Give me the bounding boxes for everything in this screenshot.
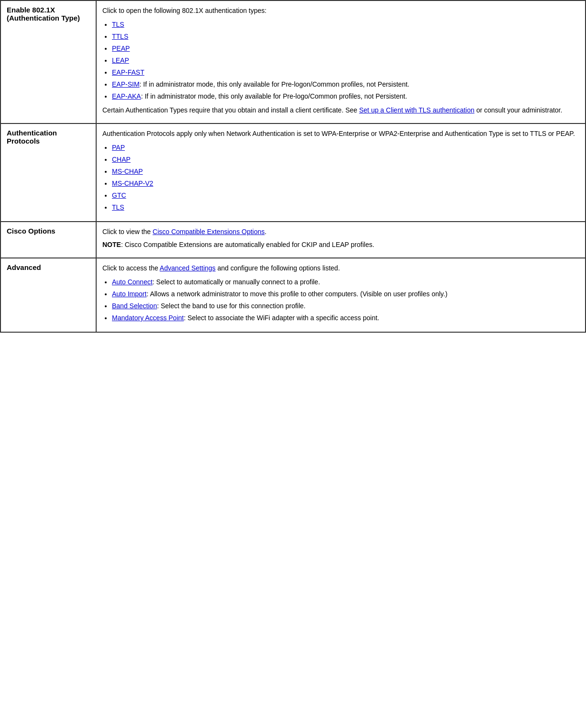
link-leap[interactable]: LEAP [112, 56, 129, 64]
list-item: Mandatory Access Point: Select to associ… [112, 313, 579, 323]
row-enable-8021x: Enable 802.1X(Authentication Type) Click… [0, 0, 586, 123]
list-item: EAP-AKA: If in administrator mode, this … [112, 91, 579, 101]
footer-enable-8021x: Certain Authentication Types require tha… [102, 105, 579, 115]
link-auto-connect[interactable]: Auto Connect [112, 278, 153, 286]
list-item: CHAP [112, 155, 579, 165]
label-text-enable-8021x: Enable 802.1X(Authentication Type) [7, 6, 80, 22]
list-item: GTC [112, 190, 579, 201]
note-cisco-options: NOTE: Cisco Compatible Extensions are au… [102, 240, 579, 250]
list-item: EAP-FAST [112, 67, 579, 78]
row-cisco-options: Cisco Options Click to view the Cisco Co… [0, 222, 586, 258]
link-pap[interactable]: PAP [112, 144, 125, 151]
link-advanced-settings[interactable]: Advanced Settings [160, 264, 216, 272]
row-advanced: Advanced Click to access the Advanced Se… [0, 258, 586, 332]
link-eap-fast[interactable]: EAP-FAST [112, 68, 144, 76]
list-item: LEAP [112, 56, 579, 66]
link-ttls[interactable]: TTLS [112, 33, 128, 40]
intro-cisco-options: Click to view the Cisco Compatible Exten… [102, 227, 579, 237]
label-text-advanced: Advanced [7, 263, 41, 271]
link-tls-setup[interactable]: Set up a Client with TLS authentication [359, 106, 475, 114]
auto-import-extra: : Allows a network administrator to move… [146, 290, 447, 298]
list-enable-8021x: TLS TTLS PEAP LEAP EAP-FAST EAP-SIM: If … [112, 20, 579, 101]
label-text-cisco-options: Cisco Options [7, 227, 55, 235]
label-auth-protocols: AuthenticationProtocols [0, 123, 96, 222]
label-enable-8021x: Enable 802.1X(Authentication Type) [0, 0, 96, 123]
mandatory-ap-extra: : Select to associate the WiFi adapter w… [184, 314, 379, 322]
list-item: Auto Connect: Select to automatically or… [112, 277, 579, 287]
link-ms-chap-v2[interactable]: MS-CHAP-V2 [112, 179, 153, 187]
desc-auth-protocols: Authentication Protocols apply only when… [96, 123, 586, 222]
list-item: TLS [112, 20, 579, 30]
label-advanced: Advanced [0, 258, 96, 332]
row-auth-protocols: AuthenticationProtocols Authentication P… [0, 123, 586, 222]
eap-aka-extra: : If in administrator mode, this only av… [141, 92, 407, 100]
label-cisco-options: Cisco Options [0, 222, 96, 258]
list-item: MS-CHAP [112, 167, 579, 177]
list-item: MS-CHAP-V2 [112, 179, 579, 189]
link-peap[interactable]: PEAP [112, 45, 130, 52]
desc-cisco-options: Click to view the Cisco Compatible Exten… [96, 222, 586, 258]
desc-advanced: Click to access the Advanced Settings an… [96, 258, 586, 332]
list-item: TTLS [112, 32, 579, 42]
list-auth-protocols: PAP CHAP MS-CHAP MS-CHAP-V2 GTC TLS [112, 143, 579, 213]
link-tls-proto[interactable]: TLS [112, 203, 124, 211]
label-text-auth-protocols: AuthenticationProtocols [7, 129, 57, 145]
intro-advanced: Click to access the Advanced Settings an… [102, 263, 579, 273]
link-eap-sim[interactable]: EAP-SIM [112, 80, 140, 88]
list-item: Auto Import: Allows a network administra… [112, 289, 579, 299]
band-selection-extra: : Select the band to use for this connec… [157, 302, 306, 310]
link-cisco-ext[interactable]: Cisco Compatible Extensions Options [153, 228, 265, 235]
list-advanced: Auto Connect: Select to automatically or… [112, 277, 579, 323]
link-eap-aka[interactable]: EAP-AKA [112, 92, 141, 100]
link-mandatory-ap[interactable]: Mandatory Access Point [112, 314, 184, 322]
link-tls[interactable]: TLS [112, 21, 124, 28]
link-auto-import[interactable]: Auto Import [112, 290, 146, 298]
intro-enable-8021x: Click to open the following 802.1X authe… [102, 6, 579, 16]
link-ms-chap[interactable]: MS-CHAP [112, 168, 143, 175]
link-gtc[interactable]: GTC [112, 191, 126, 199]
desc-enable-8021x: Click to open the following 802.1X authe… [96, 0, 586, 123]
list-item: EAP-SIM: If in administrator mode, this … [112, 79, 579, 90]
link-band-selection[interactable]: Band Selection [112, 302, 157, 310]
eap-sim-extra: : If in administrator mode, this only av… [140, 80, 409, 88]
link-chap[interactable]: CHAP [112, 156, 131, 163]
note-label: NOTE [102, 241, 121, 248]
intro-auth-protocols: Authentication Protocols apply only when… [102, 129, 579, 139]
list-item: TLS [112, 202, 579, 213]
list-item: PEAP [112, 44, 579, 54]
list-item: Band Selection: Select the band to use f… [112, 301, 579, 311]
auto-connect-extra: : Select to automatically or manually co… [153, 278, 320, 286]
list-item: PAP [112, 143, 579, 153]
